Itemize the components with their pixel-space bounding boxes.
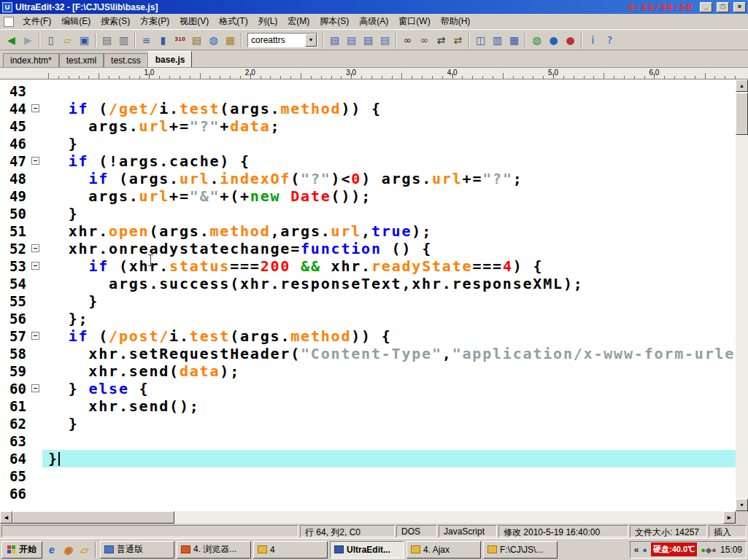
taskbar-button-item[interactable]: 普通版 bbox=[100, 541, 174, 559]
fold-collapse-icon[interactable] bbox=[31, 244, 39, 252]
code-text[interactable]: xhr.send(data); bbox=[42, 362, 736, 380]
fold-collapse-icon[interactable] bbox=[31, 384, 39, 392]
html-color-icon[interactable]: ◍ bbox=[205, 32, 222, 48]
new-file-icon[interactable]: ▯ bbox=[42, 32, 59, 48]
replace-icon[interactable]: ⇄ bbox=[433, 32, 450, 48]
tile-vertical-icon[interactable]: ▦ bbox=[506, 32, 523, 48]
title-bar[interactable]: U UltraEdit-32 - [F:\CJ\JS\lib\base.js] … bbox=[0, 0, 748, 14]
tag-group-combobox[interactable]: coreattrs▼ bbox=[247, 33, 317, 47]
code-text[interactable]: } bbox=[42, 135, 736, 152]
function-list-icon[interactable]: ▤ bbox=[343, 32, 360, 48]
ftp-open-icon[interactable]: ● bbox=[545, 32, 562, 48]
horizontal-scroll-thumb[interactable] bbox=[12, 511, 174, 524]
editor-area[interactable]: 4344 if (/get/i.test(args.method)) {45 a… bbox=[0, 79, 748, 511]
code-text[interactable]: } bbox=[42, 292, 736, 310]
code-text[interactable]: }; bbox=[42, 310, 736, 327]
back-icon[interactable]: ◀ bbox=[3, 32, 20, 48]
template-list-icon[interactable]: ▤ bbox=[377, 32, 393, 48]
code-text[interactable]: if (xhr.status===200 && xhr.readyState==… bbox=[42, 257, 736, 275]
menu-s[interactable]: 脚本(S) bbox=[315, 13, 354, 30]
code-text[interactable] bbox=[42, 485, 736, 502]
menu-m[interactable]: 宏(M) bbox=[282, 13, 315, 30]
info-icon[interactable]: i bbox=[585, 32, 601, 48]
find-icon[interactable]: ∞ bbox=[399, 32, 416, 48]
scroll-left-icon[interactable]: ◀ bbox=[0, 511, 12, 524]
taskbar-button-4[interactable]: 4. 浏览器... bbox=[177, 541, 251, 559]
vertical-scroll-thumb[interactable] bbox=[736, 93, 748, 135]
code-text[interactable]: } else { bbox=[42, 380, 736, 397]
save-file-icon[interactable]: ▣ bbox=[76, 32, 93, 48]
menu-t[interactable]: 格式(T) bbox=[214, 13, 252, 30]
code-text[interactable]: } bbox=[42, 450, 736, 467]
code-text[interactable]: if (/get/i.test(args.method)) { bbox=[42, 100, 736, 117]
code-text[interactable]: xhr.open(args.method,args.url,true); bbox=[42, 222, 736, 240]
code-text[interactable]: args.success(xhr.responseText,xhr.respon… bbox=[42, 275, 736, 292]
tab-test-xml[interactable]: test.xml bbox=[59, 53, 104, 67]
find-in-files-icon[interactable]: ∞ bbox=[416, 32, 433, 48]
replace-in-files-icon[interactable]: ⇄ bbox=[450, 32, 466, 48]
print-icon[interactable]: ▥ bbox=[115, 32, 132, 48]
code-text[interactable]: if (/post/i.test(args.method)) { bbox=[42, 327, 736, 345]
messenger-icon[interactable]: ● bbox=[712, 545, 717, 554]
code-text[interactable]: } bbox=[42, 205, 736, 222]
taskbar-button-4-ajax[interactable]: 4. Ajax bbox=[406, 541, 481, 559]
tray-expand-icon[interactable]: « bbox=[634, 545, 639, 555]
taskbar-button-ultraedit[interactable]: UltraEdit... bbox=[330, 541, 404, 559]
code-text[interactable]: if (args.url.indexOf("?")<0) args.url+="… bbox=[42, 170, 736, 187]
word-wrap-icon[interactable]: ≡ bbox=[138, 32, 155, 48]
scroll-up-icon[interactable]: ▲ bbox=[736, 79, 748, 92]
column-mode-icon[interactable]: ▮ bbox=[155, 32, 171, 48]
minimize-button[interactable]: _ bbox=[700, 2, 712, 12]
vertical-scrollbar[interactable]: ▲ ▼ bbox=[736, 79, 748, 511]
tile-horizontal-icon[interactable]: ▥ bbox=[489, 32, 506, 48]
hex-edit-icon[interactable]: 310 bbox=[171, 32, 188, 48]
split-window-icon[interactable]: ◫ bbox=[472, 32, 489, 48]
taskbar-button-f-cj-js[interactable]: F:\CJ\JS\... bbox=[483, 541, 558, 559]
taskbar-button-4[interactable]: 4 bbox=[253, 541, 328, 559]
fold-collapse-icon[interactable] bbox=[31, 262, 39, 270]
close-button[interactable]: × bbox=[733, 2, 746, 12]
menu-s[interactable]: 搜索(S) bbox=[96, 13, 135, 30]
code-text[interactable]: xhr.setRequestHeader("Content-Type","app… bbox=[42, 345, 736, 362]
antivirus-icon[interactable]: ● bbox=[701, 545, 706, 554]
paste-icon[interactable]: ▦ bbox=[222, 32, 239, 48]
code-text[interactable]: if (!args.cache) { bbox=[42, 152, 736, 170]
macro-record-icon[interactable]: ● bbox=[562, 32, 579, 48]
menu-l[interactable]: 列(L) bbox=[253, 13, 283, 30]
tab-base-js[interactable]: base.js bbox=[148, 51, 193, 67]
open-file-icon[interactable]: ▱ bbox=[59, 32, 76, 48]
menu-f[interactable]: 文件(F) bbox=[18, 13, 56, 30]
fold-collapse-icon[interactable] bbox=[31, 332, 39, 340]
code-text[interactable] bbox=[42, 432, 736, 450]
code-text[interactable] bbox=[42, 467, 736, 485]
scroll-down-icon[interactable]: ▼ bbox=[736, 499, 748, 511]
code-lines[interactable]: 4344 if (/get/i.test(args.method)) {45 a… bbox=[0, 79, 736, 511]
scanner-icon[interactable]: ● bbox=[642, 545, 647, 554]
code-text[interactable]: args.url+="?"+data; bbox=[42, 117, 736, 135]
fold-collapse-icon[interactable] bbox=[31, 104, 39, 112]
menu-v[interactable]: 视图(V) bbox=[174, 13, 214, 30]
fold-collapse-icon[interactable] bbox=[31, 157, 39, 165]
browser-view-icon[interactable]: ◍ bbox=[528, 32, 545, 48]
tag-list-icon[interactable]: ▤ bbox=[326, 32, 343, 48]
print-preview-icon[interactable]: ▤ bbox=[99, 32, 115, 48]
horizontal-scrollbar[interactable]: ◀ ▶ bbox=[0, 511, 748, 524]
document-map-icon[interactable]: ▤ bbox=[360, 32, 377, 48]
copy-icon[interactable]: ▤ bbox=[188, 32, 205, 48]
chevron-down-icon[interactable]: ▼ bbox=[305, 34, 317, 47]
scroll-right-icon[interactable]: ▶ bbox=[723, 511, 736, 524]
tab-test-css[interactable]: test.css bbox=[104, 53, 148, 67]
help-icon[interactable]: ? bbox=[601, 32, 618, 48]
forward-icon[interactable]: ▶ bbox=[20, 32, 36, 48]
code-text[interactable]: args.url+="&"+(+new Date()); bbox=[42, 187, 736, 205]
menu-e[interactable]: 编辑(E) bbox=[56, 13, 96, 30]
code-text[interactable] bbox=[42, 82, 736, 100]
tab-index-htm[interactable]: index.htm* bbox=[3, 53, 59, 67]
menu-h[interactable]: 帮助(H) bbox=[436, 13, 476, 30]
menu-p[interactable]: 方案(P) bbox=[135, 13, 174, 30]
internet-explorer-icon[interactable]: e bbox=[45, 542, 59, 557]
code-text[interactable]: xhr.send(); bbox=[42, 397, 736, 415]
start-button[interactable]: 开始 bbox=[1, 541, 42, 559]
code-text[interactable]: } bbox=[42, 415, 736, 432]
document-icon[interactable] bbox=[4, 17, 14, 27]
